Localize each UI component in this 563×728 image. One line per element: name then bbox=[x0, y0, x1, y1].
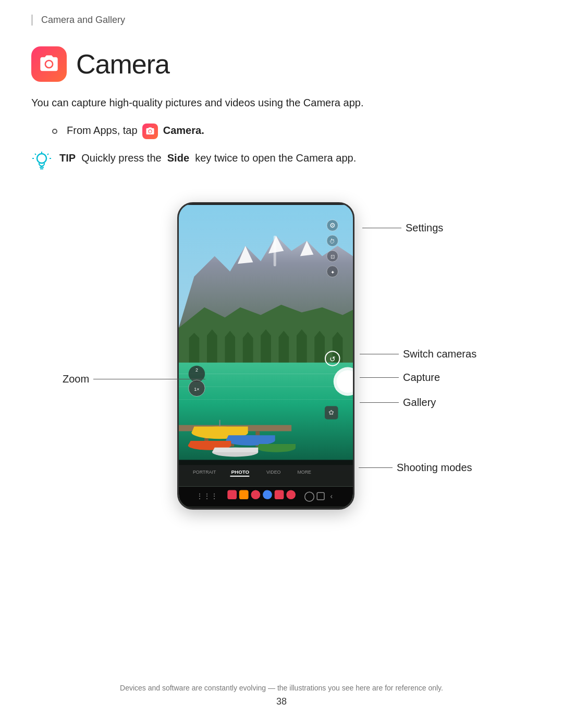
svg-rect-48 bbox=[230, 476, 249, 477]
list-item-text: From Apps, tap Camera. bbox=[67, 124, 204, 139]
camera-app-name: Camera. bbox=[163, 125, 204, 136]
inline-camera-icon bbox=[142, 124, 158, 139]
bullet-circle bbox=[52, 129, 57, 134]
svg-text:✦: ✦ bbox=[331, 269, 335, 275]
svg-text:1×: 1× bbox=[194, 387, 199, 392]
breadcrumb: Camera and Gallery bbox=[31, 15, 532, 26]
list-item-from-apps: From Apps, tap Camera. bbox=[52, 124, 532, 139]
svg-marker-33 bbox=[192, 427, 248, 433]
svg-marker-18 bbox=[243, 332, 253, 364]
svg-text:MORE: MORE bbox=[297, 470, 311, 475]
svg-rect-58 bbox=[275, 490, 284, 499]
inline-camera-svg bbox=[145, 127, 155, 136]
svg-marker-20 bbox=[279, 331, 289, 364]
svg-marker-19 bbox=[261, 329, 271, 364]
annotation-zoom: Zoom bbox=[63, 373, 205, 385]
svg-marker-38 bbox=[188, 441, 231, 446]
svg-text:↺: ↺ bbox=[329, 355, 336, 363]
svg-marker-42 bbox=[212, 448, 258, 452]
svg-text:‹: ‹ bbox=[330, 492, 333, 500]
tip-lightbulb-icon bbox=[31, 151, 52, 176]
page-number: 38 bbox=[0, 696, 563, 707]
svg-rect-59 bbox=[286, 490, 296, 499]
footer-disclaimer: Devices and software are constantly evol… bbox=[0, 684, 563, 692]
svg-text:⏱: ⏱ bbox=[329, 238, 335, 244]
page-title: Camera bbox=[76, 48, 169, 80]
annotation-capture: Capture bbox=[360, 372, 440, 384]
svg-line-5 bbox=[47, 154, 48, 155]
svg-marker-15 bbox=[189, 333, 200, 364]
phone-mockup: PORTRAIT PHOTO VIDEO MORE ⋮⋮⋮ ‹ bbox=[177, 202, 354, 510]
intro-text: You can capture high-quality pictures an… bbox=[31, 94, 532, 111]
svg-marker-16 bbox=[207, 329, 217, 364]
svg-text:2: 2 bbox=[195, 367, 198, 373]
svg-point-0 bbox=[37, 154, 46, 163]
svg-text:PORTRAIT: PORTRAIT bbox=[193, 470, 216, 475]
tip-section: TIP Quickly press the Side key twice to … bbox=[31, 150, 532, 176]
page-footer: Devices and software are constantly evol… bbox=[0, 684, 563, 707]
tip-text: TIP Quickly press the Side key twice to … bbox=[59, 150, 356, 166]
diagram-section: PORTRAIT PHOTO VIDEO MORE ⋮⋮⋮ ‹ bbox=[31, 197, 532, 541]
annotation-shooting-modes: Shooting modes bbox=[359, 462, 472, 474]
svg-marker-22 bbox=[314, 331, 325, 364]
svg-marker-36 bbox=[226, 435, 275, 440]
svg-text:✿: ✿ bbox=[328, 409, 334, 416]
camera-app-icon bbox=[31, 46, 67, 82]
annotation-settings: Settings bbox=[362, 222, 443, 234]
svg-line-4 bbox=[35, 154, 36, 155]
camera-scene-svg: PORTRAIT PHOTO VIDEO MORE ⋮⋮⋮ ‹ bbox=[179, 204, 353, 508]
svg-marker-40 bbox=[256, 444, 296, 448]
svg-text:VIDEO: VIDEO bbox=[266, 470, 281, 475]
annotation-gallery: Gallery bbox=[360, 397, 436, 409]
svg-text:⋮⋮⋮: ⋮⋮⋮ bbox=[196, 492, 218, 500]
title-section: Camera bbox=[31, 46, 532, 82]
svg-rect-56 bbox=[251, 490, 261, 499]
svg-rect-57 bbox=[263, 490, 272, 499]
svg-marker-17 bbox=[225, 331, 235, 364]
tip-side-key: Side bbox=[167, 152, 189, 164]
svg-rect-55 bbox=[239, 490, 249, 499]
svg-rect-54 bbox=[227, 490, 237, 499]
svg-text:⚙: ⚙ bbox=[329, 221, 336, 229]
camera-screen: PORTRAIT PHOTO VIDEO MORE ⋮⋮⋮ ‹ bbox=[179, 204, 353, 508]
svg-text:⊡: ⊡ bbox=[331, 254, 335, 260]
svg-rect-13 bbox=[274, 236, 276, 266]
svg-text:PHOTO: PHOTO bbox=[231, 469, 250, 475]
annotation-switch-cameras: Switch cameras bbox=[360, 348, 476, 360]
camera-icon bbox=[39, 54, 59, 75]
svg-marker-21 bbox=[297, 329, 307, 364]
